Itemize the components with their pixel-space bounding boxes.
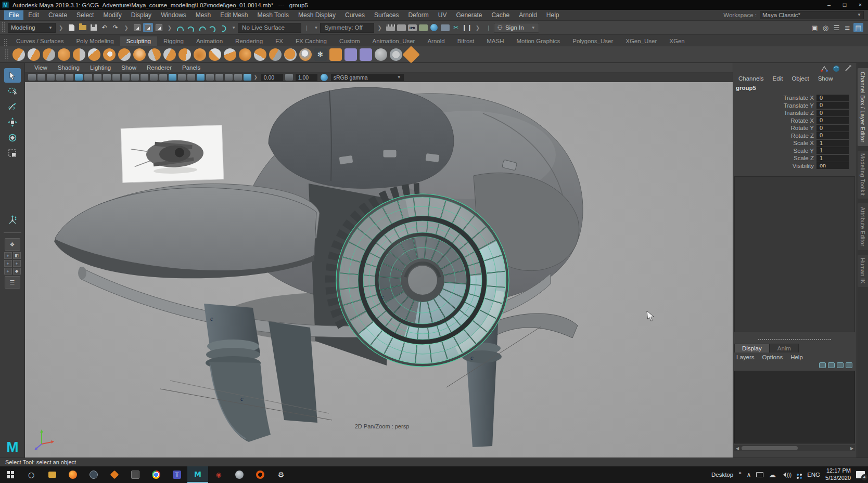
menu-modify[interactable]: Modify xyxy=(98,10,126,20)
paint-select-tool[interactable] xyxy=(4,99,21,114)
target-weld-icon[interactable] xyxy=(390,48,402,61)
symmetry-field[interactable]: Symmetry: Off xyxy=(320,23,374,33)
humanik-icon[interactable]: ◎ xyxy=(821,23,831,32)
defender-icon[interactable] xyxy=(797,474,799,476)
maximize-button[interactable]: □ xyxy=(837,0,852,10)
shape-editor-icon[interactable] xyxy=(360,48,372,61)
tray-expand-icon[interactable]: ∧ xyxy=(747,471,751,478)
freeze-all-icon[interactable]: ✻ xyxy=(314,48,327,61)
repeat-tool-icon[interactable] xyxy=(133,48,146,61)
shadows-icon[interactable] xyxy=(197,74,205,81)
keyable-display-icon[interactable] xyxy=(820,65,828,72)
vp-menu-panels[interactable]: Panels xyxy=(178,64,205,71)
image-plane-icon[interactable] xyxy=(66,74,73,81)
workspace-selector[interactable]: Maya Classic* ▼ xyxy=(760,11,864,19)
redo-icon[interactable]: ↷ xyxy=(110,23,120,32)
vp-menu-lighting[interactable]: Lighting xyxy=(86,64,115,71)
shelf-tab-motion-graphics[interactable]: Motion Graphics xyxy=(510,36,567,46)
lights-icon[interactable] xyxy=(187,74,195,81)
two-pane-side-layout-button[interactable]: ＋ xyxy=(4,260,12,267)
shelf-tab-fx-caching[interactable]: FX Caching xyxy=(289,36,333,46)
scroll-left-icon[interactable]: ◀ xyxy=(734,446,741,451)
layer-tab-anim[interactable]: Anim xyxy=(770,344,799,353)
isolate-select-icon[interactable] xyxy=(234,74,242,81)
rotate-tool[interactable] xyxy=(4,130,21,145)
layer-tab-display[interactable]: Display xyxy=(734,344,770,353)
live-surface-field[interactable]: No Live Surface xyxy=(238,23,301,33)
snap-to-grids-icon[interactable] xyxy=(132,23,142,32)
sidetab-human-ik[interactable]: Human IK xyxy=(858,255,868,287)
shelf-tab-sculpting[interactable]: Sculpting xyxy=(120,36,157,46)
modeling-toolkit-icon[interactable]: ▣ xyxy=(810,23,820,32)
sign-in-button[interactable]: ⚇ Sign In ▼ xyxy=(494,23,539,33)
snap-magnet-icon[interactable] xyxy=(219,23,229,32)
input-connections-icon[interactable] xyxy=(175,23,185,32)
pan-zoom-icon[interactable] xyxy=(75,74,83,81)
close-button[interactable]: × xyxy=(852,0,868,10)
split-layout-button[interactable]: ＋ xyxy=(4,268,12,275)
spray-tool-icon[interactable] xyxy=(118,48,131,61)
action-center-icon[interactable]: 4 xyxy=(856,471,865,478)
cb-menu-edit[interactable]: Edit xyxy=(773,75,783,82)
joint-tool[interactable] xyxy=(4,213,21,227)
shelf-tab-mash[interactable]: MASH xyxy=(480,36,510,46)
channel-value-field[interactable]: 1 xyxy=(816,140,849,147)
onedrive-cloud-icon[interactable]: ☁ xyxy=(769,471,776,479)
motion-blur-icon[interactable] xyxy=(215,74,223,81)
shelf-tab-fx[interactable]: FX xyxy=(269,36,289,46)
fill-tool-icon[interactable] xyxy=(194,48,206,61)
scroll-right-icon[interactable]: ▶ xyxy=(849,446,855,451)
menu-mesh-tools[interactable]: Mesh Tools xyxy=(253,10,293,20)
imprint-tool-icon[interactable] xyxy=(148,48,161,61)
speed-state-icon[interactable] xyxy=(832,65,840,72)
language-indicator[interactable]: ENG xyxy=(807,472,820,478)
sculpt-tool-icon[interactable] xyxy=(12,48,25,61)
construction-history-icon[interactable] xyxy=(197,23,207,32)
shelf-tab-animation-user[interactable]: Animation_User xyxy=(366,36,422,46)
render-current-frame-icon[interactable] xyxy=(397,23,406,32)
scale-tool[interactable] xyxy=(4,146,21,161)
menu-generate[interactable]: Generate xyxy=(451,10,487,20)
wireframe-icon[interactable] xyxy=(159,74,167,81)
two-pane-stack-layout-button[interactable]: ＋ xyxy=(13,260,21,267)
channel-value-field[interactable]: 0 xyxy=(816,95,849,101)
textured-icon[interactable] xyxy=(178,74,186,81)
vp-menu-shading[interactable]: Shading xyxy=(54,64,84,71)
selected-object-name[interactable]: group5 xyxy=(736,85,756,91)
menu-curves[interactable]: Curves xyxy=(340,10,369,20)
sidetab-attribute-editor[interactable]: Attribute Editor xyxy=(858,203,868,250)
new-scene-icon[interactable] xyxy=(67,23,76,32)
menu-select[interactable]: Select xyxy=(72,10,98,20)
render-setup-icon[interactable] xyxy=(440,23,450,32)
channel-value-field[interactable]: 1 xyxy=(816,155,849,162)
bulge-tool-icon[interactable] xyxy=(239,48,251,61)
channel-value-field[interactable]: 0 xyxy=(816,102,849,109)
toolbar-overflow-chevron[interactable]: » xyxy=(738,470,742,476)
persp-outliner-layout-button[interactable]: ◧ xyxy=(13,252,21,259)
select-tool[interactable] xyxy=(4,68,21,83)
menu-cache[interactable]: Cache xyxy=(487,10,514,20)
gamma-toggle-icon[interactable] xyxy=(285,74,293,81)
channel-value-field[interactable]: 0 xyxy=(816,110,849,116)
hypergraph-layout-button[interactable]: ◆ xyxy=(13,268,21,275)
layer-menu-options[interactable]: Options xyxy=(762,354,783,360)
shelf-tab-xgen-user[interactable]: XGen_User xyxy=(619,36,663,46)
menu-surfaces[interactable]: Surfaces xyxy=(369,10,403,20)
shelf-tab-curves-surfaces[interactable]: Curves / Surfaces xyxy=(10,36,70,46)
menu-help[interactable]: Help xyxy=(542,10,564,20)
wireframe-sphere-icon[interactable] xyxy=(375,48,387,61)
chevron-down-icon[interactable]: ▼ xyxy=(232,25,236,30)
channel-box-icon[interactable]: ▤ xyxy=(853,23,863,32)
color-management-icon[interactable] xyxy=(321,74,328,81)
channel-value-field[interactable]: 0 xyxy=(816,117,849,124)
minimize-button[interactable]: – xyxy=(821,0,837,10)
channel-value-field[interactable]: 0 xyxy=(816,125,849,132)
panel-splitter[interactable] xyxy=(758,339,831,340)
knife-tool-icon[interactable] xyxy=(209,48,221,61)
menu-create[interactable]: Create xyxy=(44,10,72,20)
multisample-icon[interactable] xyxy=(225,74,233,81)
shelf-tab-xgen[interactable]: XGen xyxy=(663,36,691,46)
shelf-tab-animation[interactable]: Animation xyxy=(190,36,229,46)
volume-icon[interactable]: ))) xyxy=(781,472,792,478)
gate-mask-icon[interactable] xyxy=(122,74,130,81)
